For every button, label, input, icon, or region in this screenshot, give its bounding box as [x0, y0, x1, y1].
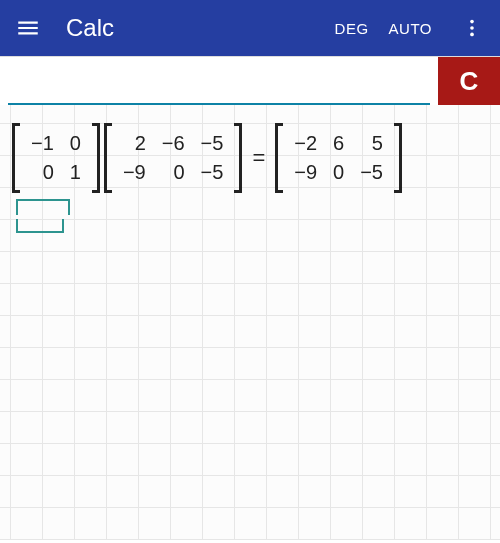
cell: −2: [286, 129, 325, 158]
matrix-a: −10 01: [12, 123, 100, 193]
angle-mode-button[interactable]: DEG: [335, 20, 369, 37]
cell: 6: [325, 129, 352, 158]
cell: 5: [352, 129, 391, 158]
cell: 2: [115, 129, 154, 158]
app-bar: Calc DEG AUTO: [0, 0, 500, 56]
matrix-b: 2−6−5 −90−5: [104, 123, 242, 193]
svg-point-1: [470, 26, 474, 30]
precision-mode-button[interactable]: AUTO: [389, 20, 432, 37]
svg-point-2: [470, 33, 474, 37]
cell: 0: [23, 158, 62, 187]
more-icon[interactable]: [452, 8, 492, 48]
cell: −6: [154, 129, 193, 158]
cell: 1: [62, 158, 89, 187]
cell: −9: [115, 158, 154, 187]
cell: −5: [193, 129, 232, 158]
input-row: C: [0, 56, 500, 105]
app-title: Calc: [66, 14, 335, 42]
svg-point-0: [470, 20, 474, 24]
workspace[interactable]: −10 01 2−6−5 −90−5 = −265 −90−5: [0, 105, 500, 540]
cell: 0: [62, 129, 89, 158]
cell: 0: [154, 158, 193, 187]
cell: −9: [286, 158, 325, 187]
expression-row: −10 01 2−6−5 −90−5 = −265 −90−5: [12, 123, 488, 193]
cell: −5: [193, 158, 232, 187]
cell: −1: [23, 129, 62, 158]
cell: −5: [352, 158, 391, 187]
matrix-result: −265 −90−5: [275, 123, 402, 193]
menu-icon[interactable]: [8, 8, 48, 48]
equals-sign: =: [252, 145, 265, 171]
matrix-insert-placeholder[interactable]: [16, 199, 488, 233]
expression-input[interactable]: [8, 63, 430, 105]
cell: 0: [325, 158, 352, 187]
clear-button[interactable]: C: [438, 57, 500, 105]
